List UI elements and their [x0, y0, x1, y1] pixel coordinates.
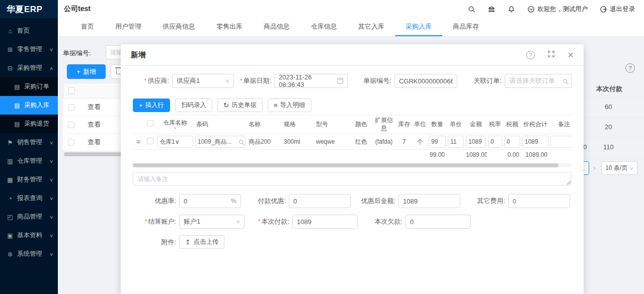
modal-body: *供应商: 供应商1 ∨ *单据日期: 2023-11-26 08:36:43 …	[121, 66, 584, 249]
col-color: 颜色	[350, 115, 372, 134]
logout-button[interactable]: 退出登录	[600, 5, 635, 14]
qty-input[interactable]	[429, 136, 446, 148]
sidebar-item-label: 销售管理	[17, 138, 42, 147]
payment-discount-input[interactable]	[289, 194, 351, 208]
tax-rate-input[interactable]	[488, 136, 502, 148]
row-checkbox[interactable]	[68, 104, 74, 111]
pagination-next-icon[interactable]: ›	[593, 163, 596, 172]
sidebar-item-sales[interactable]: ⚑ 销售管理 ∨	[0, 133, 58, 152]
total-with-tax-input[interactable]	[522, 136, 548, 148]
insert-row-button[interactable]: + 插入行	[133, 99, 170, 112]
payment-discount-label: 付款优惠:	[243, 197, 289, 206]
sidebar-item-system[interactable]: ⊛ 系统管理 ∨	[0, 245, 58, 263]
sidebar-item-goods[interactable]: ◰ 商品管理 ∨	[0, 208, 58, 226]
sidebar-item-finance[interactable]: ▦ 财务管理 ∨	[0, 170, 58, 189]
tab-goods-info[interactable]: 商品信息	[253, 18, 300, 36]
bank-icon[interactable]	[488, 6, 496, 13]
sidebar-item-purchase-inbound[interactable]: ▤ 采购入库	[0, 96, 58, 115]
user-menu[interactable]: 欢迎您，测试用户	[527, 5, 588, 14]
sidebar-item-basic-data[interactable]: ▣ 基本资料 ∨	[0, 226, 58, 245]
discount-rate-input[interactable]: %	[179, 194, 241, 208]
sidebar-item-retail[interactable]: ⊞ 零售管理 ∨	[0, 40, 58, 59]
account-field: *结算账户: 账户1 ∨	[133, 215, 245, 229]
price-input[interactable]	[448, 136, 464, 148]
remark-textarea[interactable]	[133, 172, 572, 185]
sidebar-item-warehouse[interactable]: ▥ 仓库管理 ∨	[0, 152, 58, 170]
select-all-checkbox[interactable]	[68, 87, 75, 94]
barcode-input[interactable]: 1009_商品...	[195, 136, 246, 148]
sidebar-item-purchase[interactable]: ⊟ 采购管理 ∧	[0, 59, 58, 77]
row-checkbox[interactable]	[68, 139, 74, 146]
row-divider	[576, 97, 644, 98]
tax-input[interactable]	[504, 136, 520, 148]
cell-ext-info: (fafda)	[372, 134, 395, 150]
summary-qty: 99.00	[428, 150, 447, 160]
payment-row: *结算账户: 账户1 ∨ *本次付款: 本次欠款:	[133, 215, 572, 229]
scan-entry-button[interactable]: 扫码录入	[175, 99, 212, 112]
view-link[interactable]: 查看	[88, 103, 101, 112]
scrollbar-thumb[interactable]	[133, 163, 558, 167]
help-icon[interactable]: ?	[526, 51, 535, 59]
attachment-label: 附件:	[133, 238, 179, 247]
document-icon: ▤	[14, 102, 21, 109]
tab-purchase-inbound[interactable]: 采购入库	[395, 18, 442, 36]
bill-date-input[interactable]: 2023-11-26 08:36:43	[274, 74, 348, 88]
tab-home[interactable]: 首页	[70, 18, 105, 36]
row-checkbox[interactable]	[147, 138, 153, 144]
top-header: 公司test 欢迎您，测试用户 退出登录	[58, 0, 644, 18]
bell-icon[interactable]	[508, 6, 515, 13]
summary-tax: 0.00	[503, 150, 521, 160]
help-icon[interactable]: ?	[625, 63, 635, 73]
tab-supplier-info[interactable]: 供应商信息	[152, 18, 206, 36]
tab-user-management[interactable]: 用户管理	[105, 18, 152, 36]
row-remark-input[interactable]	[550, 136, 572, 148]
close-icon[interactable]: ×	[568, 50, 574, 60]
bill-number-input[interactable]	[394, 74, 457, 88]
cell-payment: 20	[605, 123, 612, 131]
add-button[interactable]: + 新增	[67, 64, 106, 79]
other-fee-field: 其它费用:	[462, 194, 570, 208]
other-fee-input[interactable]	[508, 194, 570, 208]
row-divider	[576, 158, 644, 158]
view-link[interactable]: 查看	[88, 120, 101, 129]
payment-input[interactable]	[292, 215, 358, 229]
col-tax: 税额	[503, 115, 521, 134]
col-unit: 单位	[413, 115, 428, 134]
tab-other-inbound[interactable]: 其它入库	[348, 18, 395, 36]
warehouse-select[interactable]: 仓库1 ∨	[157, 136, 193, 148]
summary-amount: 1089.00	[465, 150, 487, 160]
select-all-checkbox[interactable]	[147, 120, 153, 127]
row-checkbox[interactable]	[68, 122, 74, 128]
after-discount-input[interactable]	[398, 194, 460, 208]
payment-field: *本次付款:	[246, 215, 358, 229]
history-bills-button[interactable]: ↻ 历史单据	[217, 99, 263, 112]
col-warehouse: 仓库名称 ∨	[156, 115, 194, 134]
sidebar-item-purchase-order[interactable]: ▤ 采购订单	[0, 77, 58, 96]
summary-row: 99.00 1089.00 0.00 1089.00	[133, 150, 572, 160]
account-select[interactable]: 账户1 ∨	[179, 215, 245, 229]
bill-number-filter-label: 单据编号:	[63, 49, 91, 58]
debt-input[interactable]	[406, 215, 471, 229]
upload-button[interactable]: ↥ 点击上传	[179, 235, 224, 249]
tab-retail-outbound[interactable]: 零售出库	[206, 18, 253, 36]
linked-order-input[interactable]: 请选择关联订单	[505, 74, 572, 88]
sidebar-item-home[interactable]: ⌂ 首页	[0, 22, 58, 40]
supplier-select[interactable]: 供应商1 ∨	[172, 74, 234, 88]
sidebar-item-label: 采购订单	[24, 82, 49, 91]
sidebar-item-report[interactable]: ◔ 报表查询 ∨	[0, 189, 58, 208]
system-icon: ⊛	[7, 251, 14, 258]
search-icon[interactable]	[468, 6, 475, 13]
drag-handle-icon[interactable]: ≡	[136, 138, 140, 146]
supplier-field: *供应商: 供应商1 ∨	[133, 74, 234, 88]
view-link[interactable]: 查看	[88, 138, 101, 147]
cell-name: 商品200	[247, 134, 282, 150]
tab-goods-stock[interactable]: 商品库存	[442, 18, 490, 36]
chevron-down-icon: ∨	[175, 138, 180, 145]
import-details-button[interactable]: ≡ 导入明细	[268, 99, 311, 112]
sidebar-item-purchase-return[interactable]: ▤ 采购退货	[0, 115, 58, 133]
amount-input[interactable]	[466, 136, 486, 148]
tab-warehouse-info[interactable]: 仓库信息	[300, 18, 348, 36]
pagination-page-size-select[interactable]: 10 条/页 ∨	[601, 161, 637, 175]
table-horizontal-scrollbar[interactable]	[133, 163, 572, 167]
fullscreen-icon[interactable]	[547, 50, 555, 60]
